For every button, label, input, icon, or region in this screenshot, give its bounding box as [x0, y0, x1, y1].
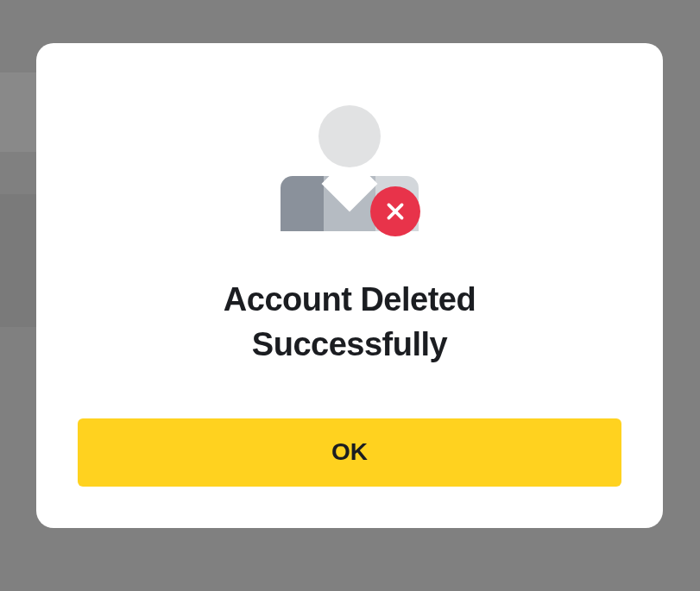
confirmation-modal: Account Deleted Successfully OK — [36, 43, 663, 528]
background-panel — [0, 194, 36, 327]
modal-title: Account Deleted Successfully — [125, 278, 574, 367]
background-panel — [0, 72, 36, 152]
close-icon — [370, 186, 420, 236]
user-deleted-icon — [281, 105, 419, 231]
ok-button[interactable]: OK — [78, 418, 621, 487]
user-head-icon — [318, 105, 381, 167]
